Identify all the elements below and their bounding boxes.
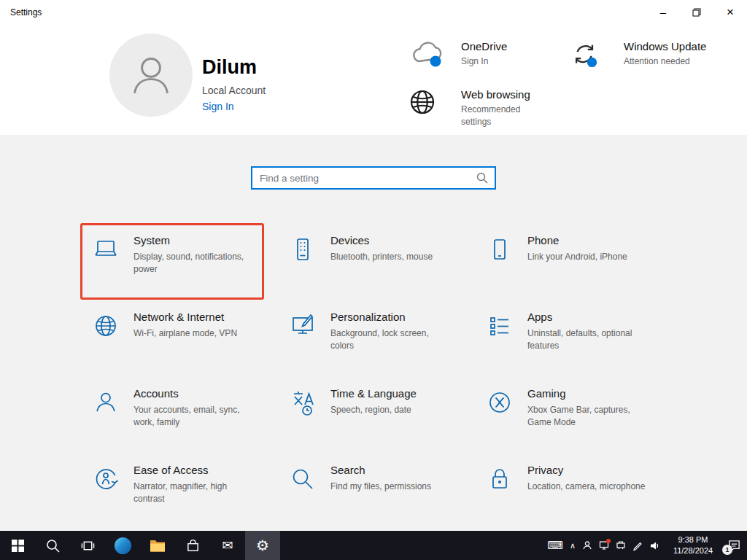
file-explorer-icon xyxy=(150,539,166,553)
onedrive-cloud-icon xyxy=(409,40,445,68)
settings-header: Dilum Local Account Sign In OneDrive Sig… xyxy=(0,24,747,135)
system-icon xyxy=(90,235,122,264)
windows-update-status[interactable]: Windows Update Attention needed xyxy=(571,40,706,69)
system-tray: ⌨ ∧ xyxy=(547,531,747,560)
taskbar-search-button[interactable] xyxy=(35,531,70,560)
search-box xyxy=(251,166,496,190)
window-controls: – × xyxy=(646,0,747,24)
edge-icon xyxy=(115,537,131,554)
category-title: Accounts xyxy=(133,387,255,400)
category-title: Time & Language xyxy=(330,387,417,400)
security-tray-icon[interactable] xyxy=(599,540,609,551)
status-subtitle: Recommended settings xyxy=(461,104,530,128)
people-tray-icon[interactable] xyxy=(582,540,592,551)
notification-badge: 1 xyxy=(722,545,732,555)
gear-icon: ⚙ xyxy=(256,537,269,554)
gaming-icon xyxy=(484,388,516,417)
category-ease-of-access[interactable]: Ease of Access Narrator, magnifier, high… xyxy=(80,453,264,529)
user-name: Dilum xyxy=(202,56,266,79)
devices-icon xyxy=(287,235,319,264)
minimize-button[interactable]: – xyxy=(646,0,680,24)
edge-button[interactable] xyxy=(105,531,140,560)
category-title: Devices xyxy=(330,234,433,246)
volume-icon[interactable] xyxy=(649,540,660,551)
task-view-button[interactable] xyxy=(70,531,105,560)
taskbar: ✉ ⚙ ⌨ ∧ xyxy=(0,531,747,560)
onedrive-status[interactable]: OneDrive Sign In xyxy=(409,40,507,68)
category-title: Search xyxy=(330,464,431,476)
action-center-button[interactable]: 1 xyxy=(727,539,741,553)
category-title: Gaming xyxy=(527,387,649,400)
taskbar-search-icon xyxy=(46,539,60,553)
ethernet-tray-icon[interactable] xyxy=(616,540,626,551)
store-button[interactable] xyxy=(175,531,210,560)
taskbar-clock[interactable]: 9:38 PM 11/28/2024 xyxy=(667,534,719,556)
hidden-icons-chevron-icon[interactable]: ∧ xyxy=(570,541,576,551)
category-subtitle: Speech, region, date xyxy=(330,404,417,416)
status-title: Windows Update xyxy=(624,40,706,52)
windows-update-icon xyxy=(571,40,608,69)
category-system[interactable]: System Display, sound, notifications, po… xyxy=(80,223,264,300)
category-subtitle: Link your Android, iPhone xyxy=(527,251,627,263)
settings-taskbar-button[interactable]: ⚙ xyxy=(245,531,280,560)
category-title: Personalization xyxy=(330,311,452,323)
close-button[interactable]: × xyxy=(713,0,747,24)
phone-icon xyxy=(484,235,516,264)
category-devices[interactable]: Devices Bluetooth, printers, mouse xyxy=(277,223,461,300)
category-title: System xyxy=(133,234,255,246)
sign-in-link[interactable]: Sign In xyxy=(202,101,266,112)
status-subtitle: Attention needed xyxy=(624,55,706,68)
network-icon xyxy=(90,311,122,341)
mail-icon: ✉ xyxy=(222,537,233,553)
category-title: Ease of Access xyxy=(133,464,255,476)
windows-logo-icon xyxy=(12,540,24,552)
time-language-icon xyxy=(287,388,319,417)
task-view-icon xyxy=(81,539,95,553)
category-network[interactable]: Network & Internet Wi-Fi, airplane mode,… xyxy=(80,300,264,376)
category-grid: System Display, sound, notifications, po… xyxy=(80,223,747,529)
category-apps[interactable]: Apps Uninstall, defaults, optional featu… xyxy=(474,300,658,376)
mail-button[interactable]: ✉ xyxy=(210,531,245,560)
avatar xyxy=(109,34,193,117)
pen-tray-icon[interactable] xyxy=(632,540,643,551)
security-alert-dot xyxy=(606,539,611,543)
category-subtitle: Uninstall, defaults, optional features xyxy=(527,327,649,353)
start-button[interactable] xyxy=(0,531,35,560)
file-explorer-button[interactable] xyxy=(140,531,175,560)
status-title: Web browsing xyxy=(461,88,530,101)
category-subtitle: Your accounts, email, sync, work, family xyxy=(133,404,255,429)
category-title: Privacy xyxy=(527,464,645,476)
web-browsing-status[interactable]: Web browsing Recommended settings xyxy=(409,88,530,128)
restore-button[interactable] xyxy=(680,0,713,24)
titlebar: Settings – × xyxy=(0,0,747,24)
category-subtitle: Location, camera, microphone xyxy=(527,481,645,493)
category-phone[interactable]: Phone Link your Android, iPhone xyxy=(474,223,658,300)
window-title: Settings xyxy=(0,7,646,18)
category-personalization[interactable]: Personalization Background, lock screen,… xyxy=(277,300,461,376)
category-subtitle: Wi-Fi, airplane mode, VPN xyxy=(133,327,237,340)
category-time-language[interactable]: Time & Language Speech, region, date xyxy=(277,376,461,453)
category-title: Apps xyxy=(527,311,649,323)
search-input[interactable] xyxy=(252,173,476,184)
category-subtitle: Xbox Game Bar, captures, Game Mode xyxy=(527,404,649,429)
category-privacy[interactable]: Privacy Location, camera, microphone xyxy=(474,453,658,529)
personalization-icon xyxy=(287,311,319,341)
category-gaming[interactable]: Gaming Xbox Game Bar, captures, Game Mod… xyxy=(474,376,658,453)
category-subtitle: Display, sound, notifications, power xyxy=(133,251,255,276)
category-subtitle: Narrator, magnifier, high contrast xyxy=(133,481,255,506)
touch-keyboard-icon[interactable]: ⌨ xyxy=(547,539,563,552)
taskbar-date: 11/28/2024 xyxy=(667,545,719,556)
category-title: Network & Internet xyxy=(133,311,237,323)
privacy-icon xyxy=(484,464,516,494)
category-subtitle: Bluetooth, printers, mouse xyxy=(330,251,433,263)
web-browsing-globe-icon xyxy=(409,88,445,128)
restore-icon xyxy=(692,8,701,17)
category-title: Phone xyxy=(527,234,627,246)
status-subtitle: Sign In xyxy=(461,55,507,68)
user-block: Dilum Local Account Sign In xyxy=(202,56,266,112)
search-area xyxy=(0,135,747,190)
category-search[interactable]: Search Find my files, permissions xyxy=(277,453,461,529)
taskbar-time: 9:38 PM xyxy=(667,534,719,545)
category-accounts[interactable]: Accounts Your accounts, email, sync, wor… xyxy=(80,376,264,453)
user-silhouette-icon xyxy=(125,49,177,101)
